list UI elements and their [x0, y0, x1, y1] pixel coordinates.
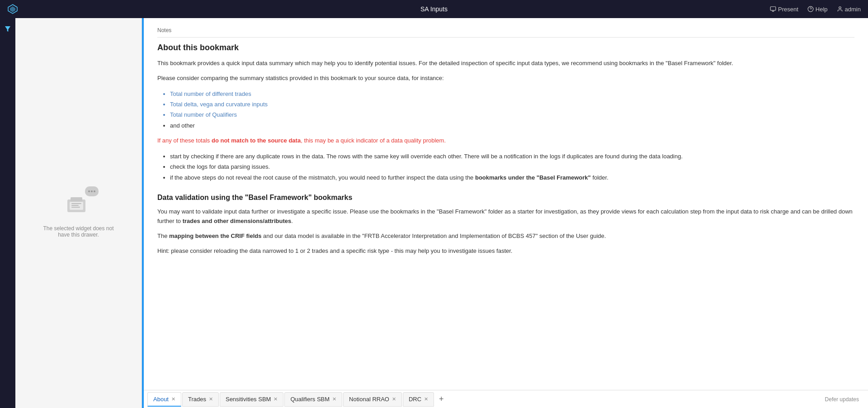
- tab-notional-rrao-close[interactable]: ✕: [392, 396, 396, 402]
- left-panel-drawer: The selected widget does not have this d…: [15, 18, 142, 408]
- sidebar-narrow: [0, 18, 15, 408]
- list-item-3: Total number of Qualifiers: [170, 109, 854, 120]
- monitor-icon: [770, 6, 776, 12]
- tab-qualifiers-sbm[interactable]: Qualifiers SBM ✕: [284, 392, 342, 407]
- page-title: SA Inputs: [420, 5, 448, 13]
- list-item-2: Total delta, vega and curvature inputs: [170, 99, 854, 109]
- drawer-placeholder: The selected widget does not have this d…: [42, 188, 115, 238]
- intro-paragraph: This bookmark provides a quick input dat…: [157, 59, 854, 68]
- tab-about-close[interactable]: ✕: [171, 396, 175, 402]
- validation-para3: Hint: please consider reloading the data…: [157, 247, 854, 256]
- svg-rect-2: [770, 7, 776, 10]
- notes-section: Notes About this bookmark This bookmark …: [144, 18, 868, 390]
- dot2: [91, 190, 93, 192]
- top-bar-left: [7, 4, 18, 14]
- compare-paragraph: Please consider comparing the summary st…: [157, 74, 854, 83]
- check-list: start by checking if there are any dupli…: [157, 151, 854, 183]
- validation-title: Data validation using the "Basel Framewo…: [157, 194, 854, 202]
- help-icon: [807, 6, 814, 12]
- tab-drc[interactable]: DRC ✕: [403, 392, 434, 407]
- list-item-1: Total number of different trades: [170, 89, 854, 99]
- top-bar: SA Inputs Present Help admin: [0, 0, 868, 18]
- top-bar-right: Present Help admin: [770, 6, 861, 13]
- tab-sensitivities-sbm-close[interactable]: ✕: [274, 396, 278, 402]
- present-button[interactable]: Present: [770, 6, 798, 13]
- validation-para2: The mapping between the CRIF fields and …: [157, 232, 854, 241]
- svg-marker-1: [10, 6, 15, 12]
- notes-label: Notes: [157, 27, 854, 38]
- about-title: About this bookmark: [157, 43, 854, 52]
- drawer-icon-wrapper: [61, 188, 97, 220]
- add-tab-button[interactable]: +: [435, 393, 448, 406]
- tab-qualifiers-sbm-close[interactable]: ✕: [332, 396, 336, 402]
- check-item-3: if the above steps do not reveal the roo…: [170, 172, 854, 183]
- svg-marker-8: [5, 26, 10, 32]
- filter-icon-button[interactable]: [1, 23, 14, 35]
- admin-button[interactable]: admin: [837, 6, 861, 13]
- app-logo-icon: [7, 4, 18, 14]
- warning-paragraph: If any of these totals do not match to t…: [157, 136, 854, 146]
- defer-updates-button[interactable]: Defer updates: [820, 396, 864, 403]
- content-area: Notes About this bookmark This bookmark …: [144, 18, 868, 408]
- user-icon: [837, 6, 843, 12]
- drawer-message: The selected widget does not have this d…: [42, 225, 115, 238]
- svg-point-7: [839, 7, 841, 9]
- tab-trades-close[interactable]: ✕: [209, 396, 213, 402]
- check-item-1: start by checking if there are any dupli…: [170, 151, 854, 161]
- check-item-2: check the logs for data parsing issues.: [170, 161, 854, 172]
- tab-trades[interactable]: Trades ✕: [182, 392, 219, 407]
- svg-rect-13: [71, 205, 79, 206]
- help-button[interactable]: Help: [807, 6, 828, 13]
- items-list: Total number of different trades Total d…: [157, 89, 854, 131]
- tabs-bar: About ✕ Trades ✕ Sensitivities SBM ✕ Qua…: [144, 390, 868, 408]
- svg-rect-12: [71, 203, 81, 204]
- tab-drc-close[interactable]: ✕: [424, 396, 428, 402]
- svg-rect-14: [71, 207, 80, 208]
- main-layout: The selected widget does not have this d…: [0, 18, 868, 408]
- dot3: [94, 190, 95, 192]
- tab-sensitivities-sbm[interactable]: Sensitivities SBM ✕: [220, 392, 283, 407]
- dot1: [88, 190, 90, 192]
- validation-para1: You may want to validate input data furt…: [157, 207, 854, 226]
- tab-about[interactable]: About ✕: [147, 392, 181, 407]
- list-item-4: and other: [170, 120, 854, 131]
- tab-notional-rrao[interactable]: Notional RRAO ✕: [343, 392, 402, 407]
- svg-rect-11: [71, 197, 82, 202]
